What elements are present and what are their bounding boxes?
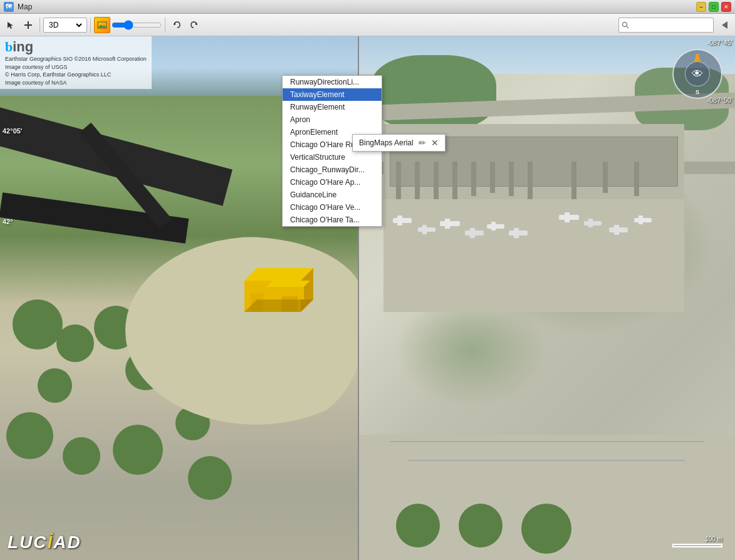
green-circle-aerial-3: [521, 504, 571, 554]
menu-item-apron[interactable]: Apron: [283, 113, 382, 126]
aircraft-10-body: [634, 218, 652, 222]
toolbar-sep-3: [165, 18, 165, 33]
scale-bar: 100 m: [672, 536, 722, 547]
scale-label: 100 m: [705, 536, 722, 542]
close-bingmaps-button[interactable]: ✕: [431, 138, 439, 148]
menu-item-runway-direction-li[interactable]: RunwayDirectionLi...: [283, 76, 382, 88]
redo-button[interactable]: [186, 17, 202, 33]
minimize-button[interactable]: –: [696, 2, 706, 12]
attribution-line1: Earthstar Geographics SIO ©2016 Microsof…: [5, 55, 147, 63]
lat-label-1: 42°05': [3, 127, 23, 135]
bing-logo-b: b: [5, 39, 13, 55]
aircraft-1-body: [393, 218, 412, 223]
aircraft-8-body: [584, 221, 602, 226]
search-icon: [622, 21, 629, 29]
aircraft-5-wing: [491, 222, 496, 231]
jetway-8: [528, 162, 533, 199]
jetway-11: [634, 162, 639, 196]
svg-marker-13: [722, 21, 727, 29]
title-bar: 🗺 Map – □ ✕: [0, 0, 735, 14]
grass-circle-1: [13, 299, 63, 350]
aircraft-2-wing: [422, 225, 427, 234]
menu-item-chicago-ohare-ve[interactable]: Chicago O'Hare Ve...: [283, 201, 382, 214]
aircraft-1-wing: [397, 215, 402, 226]
toolbar-sep-1: [39, 18, 40, 33]
menu-item-vertical-structure[interactable]: VerticalStructure: [283, 151, 382, 163]
svg-rect-3: [24, 24, 27, 26]
menu-item-chicago-runwaydir[interactable]: Chicago_RunwayDir...: [283, 163, 382, 176]
jetway-5: [471, 162, 476, 196]
svg-point-7: [100, 23, 102, 24]
undo-button[interactable]: [169, 17, 185, 33]
collapse-panel-button[interactable]: [716, 17, 732, 33]
menu-item-taxiway-element[interactable]: TaxiwayElement: [283, 88, 382, 101]
slider-container: [112, 20, 162, 30]
jetway-9: [571, 162, 576, 199]
lat-label-2: 42°: [3, 218, 13, 226]
aircraft-3-body: [440, 221, 460, 226]
jetway-1: [396, 162, 401, 199]
toolbar: 3D 2D: [0, 14, 735, 36]
aircraft-4-wing: [470, 228, 475, 238]
title-bar-title: Map: [18, 3, 32, 11]
bingmaps-label: BingMaps Aerial: [359, 138, 414, 147]
svg-rect-4: [29, 24, 32, 26]
taxiway-marking-1: [390, 441, 704, 442]
map-container: 42°05' 42° bing Earthstar Geographics SI…: [0, 36, 735, 560]
jetway-2: [415, 162, 420, 199]
terminal-area: [383, 124, 684, 312]
image-tool-button[interactable]: [94, 17, 110, 33]
jetway-4: [452, 162, 457, 199]
menu-item-runway-element[interactable]: RunwayElement: [283, 101, 382, 113]
grass-circle-4: [38, 368, 72, 403]
aircraft-5-body: [487, 224, 504, 229]
view-mode-dropdown[interactable]: 3D 2D: [43, 18, 87, 33]
attribution-line4: Image courtesy of NASA: [5, 79, 147, 87]
svg-point-11: [623, 22, 627, 26]
right-coords: -087°45' -087°50': [704, 36, 735, 106]
green-circle-aerial-2: [459, 504, 503, 547]
aircraft-2-body: [418, 227, 435, 232]
svg-point-5: [27, 24, 29, 26]
svg-marker-18: [266, 281, 310, 287]
right-lon-2: -087°50': [707, 96, 732, 104]
aircraft-9-wing: [614, 225, 619, 235]
right-aerial-view[interactable]: 👁 S N -087°45' -087°50' 100 m: [358, 36, 735, 560]
toolbar-slider[interactable]: [112, 20, 162, 30]
title-bar-icon: 🗺: [4, 2, 14, 12]
south-label: S: [696, 89, 699, 95]
aircraft-10-wing: [639, 215, 643, 224]
green-circle-aerial-1: [396, 504, 440, 547]
menu-item-chicago-ohare-ap[interactable]: Chicago O'Hare Ap...: [283, 176, 382, 189]
aircraft-3-wing: [445, 219, 450, 229]
aircraft-6-wing: [514, 228, 519, 238]
scale-line: [672, 544, 722, 547]
jetway-6: [490, 162, 495, 193]
search-input[interactable]: [629, 21, 711, 29]
search-box[interactable]: [618, 18, 714, 33]
luciad-logo: LUCİAD: [8, 532, 81, 552]
jetway-7: [509, 162, 514, 196]
svg-marker-8: [98, 24, 107, 28]
grass-circle-7: [6, 412, 53, 459]
pan-tool-button[interactable]: [20, 17, 36, 33]
svg-marker-0: [8, 22, 13, 29]
menu-item-guidance-line[interactable]: GuidanceLine: [283, 189, 382, 201]
grass-circle-8: [63, 437, 100, 475]
close-button[interactable]: ✕: [721, 2, 731, 12]
edit-bingmaps-button[interactable]: ✏: [419, 138, 426, 148]
select-tool-button[interactable]: [3, 17, 19, 33]
maximize-button[interactable]: □: [709, 2, 719, 12]
bingmaps-popup: BingMaps Aerial ✏ ✕: [352, 134, 446, 152]
attribution-line3: © Harris Corp, Earthstar Geographics LLC: [5, 71, 147, 79]
jetway-10: [603, 162, 608, 193]
toolbar-sep-2: [90, 18, 91, 33]
luciad-dot: İ: [48, 532, 54, 552]
taxiway-marking-2: [409, 460, 685, 461]
aircraft-7-wing: [565, 212, 570, 222]
svg-line-12: [627, 26, 629, 28]
right-lon-1: -087°45': [707, 39, 732, 46]
view-mode-select[interactable]: 3D 2D: [46, 20, 84, 30]
bing-logo-ing: ing: [13, 39, 33, 54]
menu-item-chicago-ohare-ta[interactable]: Chicago O'Hare Ta...: [283, 214, 382, 226]
